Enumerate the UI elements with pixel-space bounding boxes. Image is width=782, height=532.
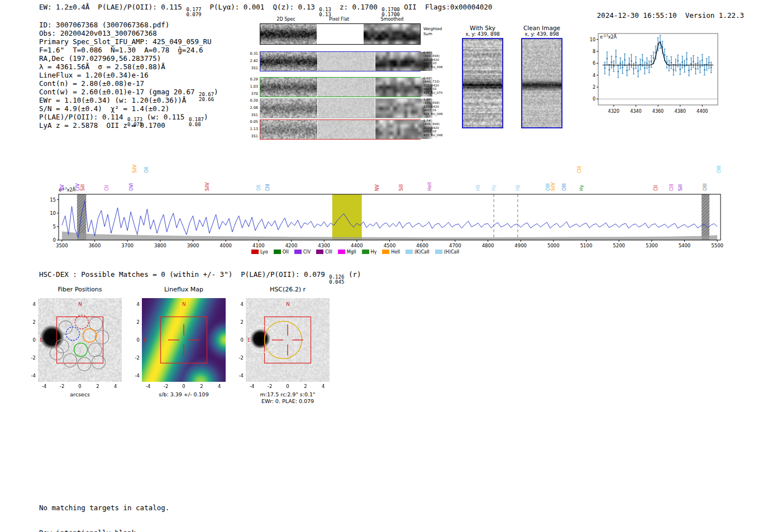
fiber-weight-labels: 0.202.08351 [246,99,258,117]
emission-line-label: SiII [678,184,683,191]
pixel-flat-image [318,120,375,139]
cutout-2d-row [260,98,421,118]
emission-line-label: SiII [399,184,404,191]
svg-text:5100: 5100 [580,243,593,248]
lineflux-caption: s/b: 3.39 +/- 0.109 [124,391,244,397]
emission-line-label: CIV [75,183,80,191]
east-label: E [247,337,251,343]
svg-text:5000: 5000 [547,243,560,248]
x-tick-label: 0 [281,384,294,389]
svg-text:4900: 4900 [514,243,527,248]
legend-swatch [294,250,302,254]
fiber-weight-labels: 0.291.03370 [246,78,258,95]
footer-line-2: Row intentionally blank. [39,529,169,532]
y-tick-label: -2 [229,355,244,361]
lineflux-overlay: NE [142,298,226,382]
svg-text:2: 2 [593,85,595,90]
info-line: Cont(w) = 2.60(±0.01)e-17 (gmag 20.67 20… [39,88,218,96]
info-line: S/N = 4.9(±0.4) χ² = 1.4(±0.2) [39,104,218,113]
fiber-circle-gray [88,343,102,357]
2d-spec-image [260,52,317,71]
emission-line-label: Hβ [516,185,521,191]
2d-spec-image [260,99,317,118]
hsc-caption-2: EWr: 0. PLAE: 0.079 [228,398,347,404]
y-tick-label: 0 [21,337,36,343]
uncertainty-stack: 0.1870.08 [189,117,204,128]
north-label: N [78,301,82,307]
x-tick-label: -2 [55,384,69,389]
detection-info-block: ID: 3007067368 (3007067368.pdf)Obs: 2020… [39,21,218,130]
spectrum-svg: 3500360037003800390040004100420043004400… [31,146,729,258]
uncertainty-stack: 20.6720.66 [199,92,214,103]
legend-item: CIV [294,250,311,255]
svg-text:15: 15 [50,197,56,203]
north-label: N [182,301,186,307]
fiber-circle-orange [83,329,97,342]
y-tick-label: 2 [21,319,36,325]
y-tick-label: 0 [125,337,140,343]
info-line: Primary Spec_Slot_IFU_AMP: 425_049_059_R… [39,37,218,46]
cutout-2d-row [260,51,421,71]
y-tick-label: -2 [21,355,36,361]
svg-text:0: 0 [53,237,56,243]
svg-text:4380: 4380 [674,109,685,114]
elixer-report-page: { "header": { "segments": [ {"t":"EW: 1.… [0,0,782,532]
y-tick-label: 4 [229,301,244,307]
legend-item: (K)CaII [406,250,430,255]
cutout-2d-row [260,77,421,97]
legend-item: HeII [382,250,400,255]
info-line: F=1.6" T=0.086 N̄=1.30 A=0.78 ḡ=24.6 [39,46,218,54]
clean-image-coords: x, y: 439, 898 [513,31,571,37]
svg-text:5400: 5400 [679,243,691,248]
svg-text:4400: 4400 [697,109,708,114]
svg-text:4360: 4360 [652,109,664,114]
col-header-pixel-flat: Pixel Flat [313,17,365,22]
x-tick-label: -4 [141,384,155,389]
x-tick-label: -4 [245,384,259,389]
emission-line-label: Hγ [579,185,584,191]
svg-text:4800: 4800 [482,243,494,248]
emission-line-label: CIII [265,184,270,191]
x-tick-label: 2 [195,384,208,389]
2d-spec-image [260,78,317,97]
legend-swatch [316,250,323,254]
fit-plot-svg: 432043404360438044000246810e-17x2Å [578,28,729,120]
y-tick-label: -2 [125,355,140,361]
y-tick-label: 4 [21,301,36,307]
x-tick-label: -2 [159,384,173,389]
x-tick-label: -4 [37,384,51,389]
pixel-flat-blank [317,24,363,42]
detection-highlight-band [332,194,362,240]
svg-text:8: 8 [593,49,595,54]
cutout-row-annotation: Weighted Sum [423,27,442,36]
cutout-row-annotation: 0.92" (440, 733) 20200420 v013_02 425_RU… [423,76,442,94]
uncertainty-stack: 0.1770.079 [186,7,201,18]
cutout-2d-row [260,23,421,45]
legend-item: Hγ [362,250,377,255]
hsc-match-summary: HSC-DEX : Possible Matches = 0 (within +… [39,270,361,285]
fiber-circle-gray [55,339,69,353]
emission-line-label: SiIV [551,182,556,191]
info-line: EWr = 1.10(±0.34) (w: 1.20(±0.36))Å [39,96,218,104]
emission-line-label: CIII [577,166,582,173]
with-sky-panel: With Sky x, y: 439, 898 [454,25,512,131]
fiber-positions-panel: Fiber Positions arcsecs NE-4-4-2-2002244 [20,285,132,405]
emission-line-label: CII [654,185,659,191]
svg-text:4000: 4000 [220,243,232,248]
pixel-flat-image [318,52,375,71]
info-line: ID: 3007067368 (3007067368.pdf) [39,21,218,29]
full-spectrum-plot: 3500360037003800390040004100420043004400… [31,146,729,260]
pixel-flat-image [318,99,375,118]
emission-line-label: HeII [427,182,432,191]
svg-text:0: 0 [593,97,595,102]
emission-line-label: OII [144,167,149,173]
legend-swatch [362,250,369,254]
svg-text:3900: 3900 [187,243,199,248]
x-tick-label: 0 [177,384,190,389]
svg-text:3800: 3800 [154,243,166,248]
hsc-cutout-title: HSC(26.2) r [246,286,330,293]
extraction-box [265,317,311,363]
y-tick-label: -4 [21,373,36,378]
emission-line-label: NV [375,184,380,191]
fiber-circle-gray [96,330,109,344]
